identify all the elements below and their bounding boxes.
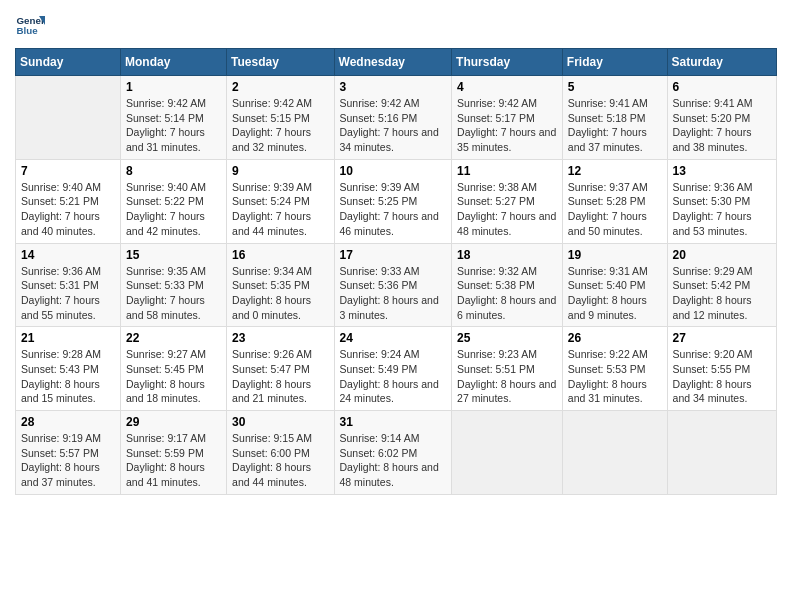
calendar-header-row: SundayMondayTuesdayWednesdayThursdayFrid… [16,49,777,76]
day-number: 11 [457,164,557,178]
day-info: Sunrise: 9:41 AMSunset: 5:18 PMDaylight:… [568,96,662,155]
calendar-cell: 9Sunrise: 9:39 AMSunset: 5:24 PMDaylight… [227,159,334,243]
calendar-cell: 4Sunrise: 9:42 AMSunset: 5:17 PMDaylight… [452,76,563,160]
day-number: 4 [457,80,557,94]
calendar-cell [452,411,563,495]
weekday-header: Sunday [16,49,121,76]
calendar-cell: 1Sunrise: 9:42 AMSunset: 5:14 PMDaylight… [121,76,227,160]
calendar-table: SundayMondayTuesdayWednesdayThursdayFrid… [15,48,777,495]
day-number: 14 [21,248,115,262]
day-number: 31 [340,415,447,429]
day-number: 3 [340,80,447,94]
day-number: 15 [126,248,221,262]
day-info: Sunrise: 9:26 AMSunset: 5:47 PMDaylight:… [232,347,328,406]
day-info: Sunrise: 9:27 AMSunset: 5:45 PMDaylight:… [126,347,221,406]
weekday-header: Tuesday [227,49,334,76]
day-info: Sunrise: 9:36 AMSunset: 5:30 PMDaylight:… [673,180,771,239]
day-info: Sunrise: 9:23 AMSunset: 5:51 PMDaylight:… [457,347,557,406]
day-info: Sunrise: 9:40 AMSunset: 5:22 PMDaylight:… [126,180,221,239]
day-info: Sunrise: 9:41 AMSunset: 5:20 PMDaylight:… [673,96,771,155]
day-number: 23 [232,331,328,345]
calendar-week-row: 14Sunrise: 9:36 AMSunset: 5:31 PMDayligh… [16,243,777,327]
calendar-cell: 16Sunrise: 9:34 AMSunset: 5:35 PMDayligh… [227,243,334,327]
day-number: 8 [126,164,221,178]
calendar-cell [16,76,121,160]
calendar-cell: 5Sunrise: 9:41 AMSunset: 5:18 PMDaylight… [562,76,667,160]
day-info: Sunrise: 9:32 AMSunset: 5:38 PMDaylight:… [457,264,557,323]
day-number: 28 [21,415,115,429]
calendar-cell: 10Sunrise: 9:39 AMSunset: 5:25 PMDayligh… [334,159,452,243]
day-info: Sunrise: 9:19 AMSunset: 5:57 PMDaylight:… [21,431,115,490]
day-number: 2 [232,80,328,94]
day-info: Sunrise: 9:28 AMSunset: 5:43 PMDaylight:… [21,347,115,406]
day-info: Sunrise: 9:15 AMSunset: 6:00 PMDaylight:… [232,431,328,490]
logo-icon: General Blue [15,10,45,40]
calendar-cell: 19Sunrise: 9:31 AMSunset: 5:40 PMDayligh… [562,243,667,327]
page-container: General Blue SundayMondayTuesdayWednesda… [0,0,792,505]
day-number: 21 [21,331,115,345]
day-number: 24 [340,331,447,345]
day-info: Sunrise: 9:29 AMSunset: 5:42 PMDaylight:… [673,264,771,323]
calendar-cell: 20Sunrise: 9:29 AMSunset: 5:42 PMDayligh… [667,243,776,327]
day-number: 20 [673,248,771,262]
day-number: 25 [457,331,557,345]
day-number: 29 [126,415,221,429]
day-number: 7 [21,164,115,178]
day-info: Sunrise: 9:14 AMSunset: 6:02 PMDaylight:… [340,431,447,490]
calendar-cell: 8Sunrise: 9:40 AMSunset: 5:22 PMDaylight… [121,159,227,243]
day-info: Sunrise: 9:24 AMSunset: 5:49 PMDaylight:… [340,347,447,406]
day-info: Sunrise: 9:20 AMSunset: 5:55 PMDaylight:… [673,347,771,406]
day-number: 18 [457,248,557,262]
weekday-header: Friday [562,49,667,76]
day-info: Sunrise: 9:17 AMSunset: 5:59 PMDaylight:… [126,431,221,490]
calendar-cell: 23Sunrise: 9:26 AMSunset: 5:47 PMDayligh… [227,327,334,411]
day-number: 27 [673,331,771,345]
calendar-cell: 14Sunrise: 9:36 AMSunset: 5:31 PMDayligh… [16,243,121,327]
day-info: Sunrise: 9:39 AMSunset: 5:25 PMDaylight:… [340,180,447,239]
day-info: Sunrise: 9:33 AMSunset: 5:36 PMDaylight:… [340,264,447,323]
day-info: Sunrise: 9:42 AMSunset: 5:15 PMDaylight:… [232,96,328,155]
day-number: 19 [568,248,662,262]
weekday-header: Wednesday [334,49,452,76]
calendar-week-row: 21Sunrise: 9:28 AMSunset: 5:43 PMDayligh… [16,327,777,411]
day-info: Sunrise: 9:35 AMSunset: 5:33 PMDaylight:… [126,264,221,323]
calendar-cell: 2Sunrise: 9:42 AMSunset: 5:15 PMDaylight… [227,76,334,160]
calendar-cell: 12Sunrise: 9:37 AMSunset: 5:28 PMDayligh… [562,159,667,243]
day-info: Sunrise: 9:42 AMSunset: 5:16 PMDaylight:… [340,96,447,155]
day-info: Sunrise: 9:42 AMSunset: 5:14 PMDaylight:… [126,96,221,155]
day-number: 17 [340,248,447,262]
header: General Blue [15,10,777,40]
day-number: 22 [126,331,221,345]
day-info: Sunrise: 9:38 AMSunset: 5:27 PMDaylight:… [457,180,557,239]
day-info: Sunrise: 9:40 AMSunset: 5:21 PMDaylight:… [21,180,115,239]
calendar-cell: 24Sunrise: 9:24 AMSunset: 5:49 PMDayligh… [334,327,452,411]
calendar-cell: 6Sunrise: 9:41 AMSunset: 5:20 PMDaylight… [667,76,776,160]
calendar-cell: 18Sunrise: 9:32 AMSunset: 5:38 PMDayligh… [452,243,563,327]
calendar-cell: 3Sunrise: 9:42 AMSunset: 5:16 PMDaylight… [334,76,452,160]
calendar-cell: 7Sunrise: 9:40 AMSunset: 5:21 PMDaylight… [16,159,121,243]
calendar-cell: 21Sunrise: 9:28 AMSunset: 5:43 PMDayligh… [16,327,121,411]
calendar-cell: 15Sunrise: 9:35 AMSunset: 5:33 PMDayligh… [121,243,227,327]
day-info: Sunrise: 9:22 AMSunset: 5:53 PMDaylight:… [568,347,662,406]
calendar-cell: 11Sunrise: 9:38 AMSunset: 5:27 PMDayligh… [452,159,563,243]
weekday-header: Thursday [452,49,563,76]
calendar-cell: 13Sunrise: 9:36 AMSunset: 5:30 PMDayligh… [667,159,776,243]
calendar-cell: 27Sunrise: 9:20 AMSunset: 5:55 PMDayligh… [667,327,776,411]
day-info: Sunrise: 9:31 AMSunset: 5:40 PMDaylight:… [568,264,662,323]
calendar-week-row: 7Sunrise: 9:40 AMSunset: 5:21 PMDaylight… [16,159,777,243]
day-number: 5 [568,80,662,94]
calendar-week-row: 28Sunrise: 9:19 AMSunset: 5:57 PMDayligh… [16,411,777,495]
weekday-header: Monday [121,49,227,76]
calendar-week-row: 1Sunrise: 9:42 AMSunset: 5:14 PMDaylight… [16,76,777,160]
calendar-cell: 26Sunrise: 9:22 AMSunset: 5:53 PMDayligh… [562,327,667,411]
calendar-cell: 30Sunrise: 9:15 AMSunset: 6:00 PMDayligh… [227,411,334,495]
weekday-header: Saturday [667,49,776,76]
calendar-cell [562,411,667,495]
calendar-cell: 17Sunrise: 9:33 AMSunset: 5:36 PMDayligh… [334,243,452,327]
day-number: 12 [568,164,662,178]
calendar-cell: 28Sunrise: 9:19 AMSunset: 5:57 PMDayligh… [16,411,121,495]
day-info: Sunrise: 9:37 AMSunset: 5:28 PMDaylight:… [568,180,662,239]
calendar-cell: 22Sunrise: 9:27 AMSunset: 5:45 PMDayligh… [121,327,227,411]
calendar-cell: 31Sunrise: 9:14 AMSunset: 6:02 PMDayligh… [334,411,452,495]
day-number: 9 [232,164,328,178]
